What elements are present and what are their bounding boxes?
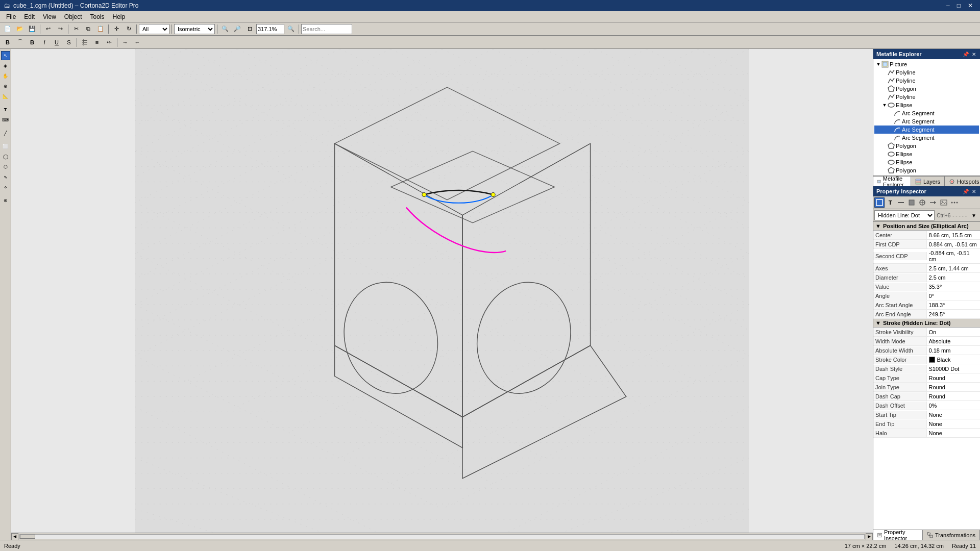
tree-item[interactable]: Polyline [874, 77, 979, 85]
arc-btn[interactable]: ⌒ [14, 37, 26, 48]
tree-item[interactable]: Polygon [874, 142, 979, 150]
tree-item[interactable]: Polygon [874, 85, 979, 93]
menu-object[interactable]: Object [60, 12, 86, 21]
menu-file[interactable]: File [2, 12, 20, 21]
zoom-apply-btn[interactable]: 🔍 [285, 23, 297, 35]
prop-close-btn[interactable]: ✕ [971, 189, 977, 194]
copy-btn[interactable]: ⧉ [83, 23, 94, 35]
shape-tool1[interactable]: ⬜ [1, 142, 10, 151]
prop-fill-btn[interactable] [906, 197, 917, 208]
align-center-btn[interactable]: ≡ [91, 37, 103, 48]
prop-arrow-btn[interactable] [928, 197, 938, 208]
new-btn[interactable]: 📄 [2, 23, 13, 35]
scroll-left-btn[interactable]: ◀ [11, 533, 18, 540]
line-tool[interactable]: ╱ [1, 129, 10, 138]
pan-tool[interactable]: ✋ [1, 71, 10, 81]
zoom-out-btn[interactable]: 🔎 [232, 23, 243, 35]
expand-icon[interactable]: ▼ [881, 102, 888, 108]
stroke-section-header[interactable]: ▼ Stroke (Hidden Line: Dot) [873, 319, 980, 328]
expand-icon [881, 78, 888, 84]
menu-help[interactable]: Help [109, 12, 130, 21]
node-tool[interactable]: ◈ [1, 61, 10, 70]
prop-text-btn[interactable]: T [885, 197, 895, 208]
zoom-tool[interactable]: ⊕ [1, 82, 10, 91]
scroll-thumb[interactable] [20, 535, 35, 539]
tree-item[interactable]: Ellipse [874, 150, 979, 158]
tree-item-selected[interactable]: Arc Segment [874, 126, 979, 134]
indent-btn[interactable]: → [119, 37, 131, 48]
prop-effect-btn[interactable] [917, 197, 927, 208]
open-btn[interactable]: 📂 [14, 23, 26, 35]
panel-pin-btn[interactable]: 📌 [962, 52, 970, 57]
outdent-btn[interactable]: ← [132, 37, 143, 48]
align-right-btn[interactable]: ⬰ [104, 37, 115, 48]
layer-select[interactable]: All [139, 24, 169, 34]
scroll-track[interactable] [19, 534, 865, 539]
prop-tab-inspector[interactable]: Property Inspector [873, 530, 923, 540]
measure-tool[interactable]: 📐 [1, 92, 10, 101]
underline-btn[interactable]: U [51, 37, 62, 48]
tree-container[interactable]: ▼ Picture Polyline Polyline [873, 59, 980, 176]
redo-btn[interactable]: ↪ [55, 23, 66, 35]
save-btn[interactable]: 💾 [27, 23, 38, 35]
zoom-fit-btn[interactable]: ⊡ [244, 23, 255, 35]
paste-btn[interactable]: 📋 [95, 23, 106, 35]
bold2-btn[interactable]: B [27, 37, 38, 48]
prop-pin-btn[interactable]: 📌 [962, 189, 970, 194]
tree-item[interactable]: Arc Segment [874, 117, 979, 126]
tree-item[interactable]: ▼ Ellipse [874, 101, 979, 109]
label-axes: Axes [873, 264, 927, 272]
menu-view[interactable]: View [39, 12, 60, 21]
curve-tool[interactable]: ∿ [1, 172, 10, 182]
tree-item[interactable]: Polygon [874, 166, 979, 174]
close-button[interactable]: ✕ [965, 0, 976, 11]
property-dropdown[interactable]: Hidden Line: Dot [874, 210, 935, 220]
tree-item[interactable]: Polyline [874, 93, 979, 101]
maximize-button[interactable]: □ [954, 0, 964, 11]
canvas-area[interactable]: ◀ ▶ [11, 49, 873, 540]
cut-btn[interactable]: ✂ [70, 23, 82, 35]
align-left-btn[interactable]: ⬱ [79, 37, 90, 48]
tree-item[interactable]: Arc Segment [874, 134, 979, 142]
menu-tools[interactable]: Tools [86, 12, 109, 21]
shape-tool3[interactable]: ⬡ [1, 162, 10, 171]
shape-tool4[interactable]: ⋄ [1, 183, 10, 192]
move-btn[interactable]: ✛ [111, 23, 122, 35]
select-tool[interactable]: ↖ [1, 51, 10, 60]
zoom-in-btn[interactable]: 🔍 [219, 23, 231, 35]
prop-expand-btn[interactable]: ▼ [969, 210, 979, 220]
canvas-scrollbar[interactable]: ◀ ▶ [11, 533, 873, 540]
expand-icon[interactable]: ▼ [875, 61, 881, 67]
panel-close-btn[interactable]: ✕ [971, 52, 977, 57]
tab-metafile-explorer[interactable]: Metafile Explorer [873, 177, 911, 186]
position-section-header[interactable]: ▼ Position and Size (Elliptical Arc) [873, 222, 980, 231]
rotate-btn[interactable]: ↻ [123, 23, 134, 35]
prop-geometry-btn[interactable] [874, 197, 885, 208]
view-select[interactable]: Isometric [174, 24, 215, 34]
tree-item[interactable]: Arc Segment [874, 109, 979, 117]
text2-tool[interactable]: ⌨ [1, 115, 10, 124]
undo-btn[interactable]: ↩ [42, 23, 54, 35]
prop-stroke-btn[interactable] [896, 197, 906, 208]
menu-edit[interactable]: Edit [20, 12, 39, 21]
tab-hotspots[interactable]: Hotspots [945, 177, 980, 186]
italic-btn[interactable]: I [39, 37, 50, 48]
tree-item-label: Polygon [896, 143, 916, 149]
tree-item[interactable]: Polyline [874, 68, 979, 77]
scroll-right-btn[interactable]: ▶ [866, 533, 873, 540]
prop-more-btn[interactable] [949, 197, 960, 208]
text-tool[interactable]: T [1, 105, 10, 114]
tree-item[interactable]: Ellipse [874, 158, 979, 166]
bold-btn[interactable]: B [2, 37, 13, 48]
zoom-input[interactable]: 317.1% [256, 24, 284, 34]
search-input[interactable] [301, 24, 352, 34]
prop-image-btn[interactable] [939, 197, 949, 208]
minimize-button[interactable]: – [943, 0, 953, 11]
shape-tool2[interactable]: ◯ [1, 152, 10, 161]
strikethrough-btn[interactable]: S [63, 37, 75, 48]
hotspot-tool[interactable]: ⊛ [1, 196, 10, 205]
prop-tab-transforms[interactable]: Transformations [923, 530, 980, 540]
tab-layers[interactable]: Layers [911, 177, 945, 186]
value-value: 35.3° [927, 283, 981, 291]
tree-item[interactable]: ▼ Picture [874, 60, 979, 68]
